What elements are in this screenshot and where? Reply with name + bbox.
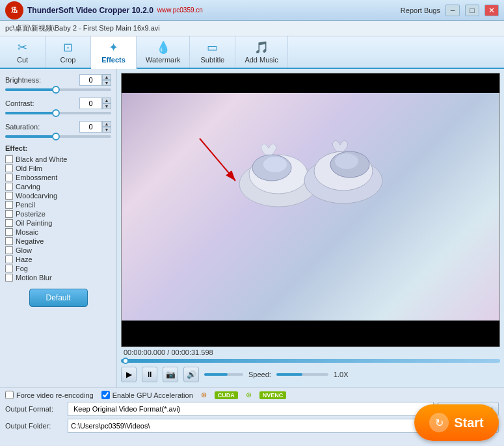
contrast-label-row: Contrast: 0 ▲ ▼	[5, 98, 111, 109]
effect-checkbox-glow[interactable]	[5, 246, 13, 254]
effect-label-black-white: Black and White	[16, 155, 67, 163]
brightness-spinbox: 0 ▲ ▼	[79, 74, 111, 86]
speed-value: 1.0X	[334, 371, 349, 378]
screenshot-btn[interactable]: 📷	[163, 367, 178, 382]
effect-item-mosaic[interactable]: Mosaic	[5, 228, 111, 237]
app-title: ThunderSoft Video Cropper 10.2.0	[27, 6, 153, 15]
contrast-spin-up[interactable]: ▲	[102, 98, 111, 103]
effect-checkbox-embossment[interactable]	[5, 174, 13, 181]
brightness-label-row: Brightness: 0 ▲ ▼	[5, 74, 111, 86]
checkbox-row: Force video re-encoding Enable GPU Accel…	[5, 391, 499, 399]
saturation-track[interactable]	[5, 135, 111, 138]
video-area	[121, 73, 500, 347]
brightness-track[interactable]	[5, 88, 111, 91]
path-bar: pc\桌面\新视频\Baby 2 - First Step Main 16x9.…	[0, 21, 504, 36]
brightness-thumb[interactable]	[52, 86, 60, 94]
video-bottom-black	[122, 321, 499, 347]
saturation-thumb[interactable]	[52, 133, 60, 140]
effect-checkbox-posterize[interactable]	[5, 210, 13, 218]
tab-crop-label: Crop	[60, 56, 76, 64]
tab-subtitle[interactable]: ▭ Subtitle	[190, 36, 235, 68]
gpu-acceleration-checkbox[interactable]	[101, 391, 110, 399]
file-path: pc\桌面\新视频\Baby 2 - First Step Main 16x9.…	[5, 23, 160, 33]
start-label: Start	[454, 415, 484, 430]
speed-slider[interactable]	[276, 373, 328, 376]
tab-crop[interactable]: ⊡ Crop	[46, 36, 91, 68]
effect-checkbox-mosaic[interactable]	[5, 228, 13, 236]
start-button[interactable]: ↻ Start	[414, 404, 499, 441]
effect-item-old-film[interactable]: Old Film	[5, 164, 111, 173]
saturation-spin-down[interactable]: ▼	[102, 127, 111, 133]
volume-btn[interactable]: 🔊	[183, 367, 199, 382]
timeline-track[interactable]	[121, 359, 500, 363]
nvidia-icon2: ⊛	[246, 391, 252, 399]
effect-item-haze[interactable]: Haze	[5, 255, 111, 264]
titlebar: 迅 ThunderSoft Video Cropper 10.2.0 www.p…	[0, 0, 504, 21]
output-folder-input[interactable]: C:\Users\pc0359\Videos\	[68, 419, 460, 433]
effect-item-oil-painting[interactable]: Oil Painting	[5, 218, 111, 228]
effect-checkbox-pencil[interactable]	[5, 201, 13, 209]
effect-checkbox-oil-painting[interactable]	[5, 219, 13, 227]
effect-item-glow[interactable]: Glow	[5, 246, 111, 255]
effect-item-posterize[interactable]: Posterize	[5, 209, 111, 218]
contrast-spin-down[interactable]: ▼	[102, 103, 111, 109]
brightness-input[interactable]: 0	[79, 74, 102, 86]
close-btn[interactable]: ✕	[484, 5, 499, 16]
effect-checkbox-fog[interactable]	[5, 265, 13, 272]
effect-label-carving: Carving	[16, 183, 40, 190]
effect-item-pencil[interactable]: Pencil	[5, 200, 111, 209]
effect-item-fog[interactable]: Fog	[5, 264, 111, 273]
brightness-spin-up[interactable]: ▲	[102, 74, 111, 80]
effect-label-mosaic: Mosaic	[16, 228, 38, 236]
brightness-section: Brightness: 0 ▲ ▼	[5, 74, 111, 91]
output-format-select[interactable]: Keep Original Video Format(*.avi)	[68, 402, 434, 416]
force-reencoding-checkbox[interactable]	[5, 391, 14, 399]
tab-cut[interactable]: ✂ Cut	[0, 36, 46, 68]
effect-item-carving[interactable]: Carving	[5, 182, 111, 191]
contrast-input[interactable]: 0	[79, 98, 102, 109]
effect-item-embossment[interactable]: Embossment	[5, 173, 111, 182]
saturation-spin-btns: ▲ ▼	[102, 121, 111, 133]
cuda-badge: CUDA	[215, 391, 238, 399]
effect-checkbox-old-film[interactable]	[5, 164, 13, 172]
tab-add-music[interactable]: 🎵 Add Music	[235, 36, 287, 68]
brightness-fill	[5, 88, 59, 91]
play-btn[interactable]: ▶	[121, 367, 137, 382]
tab-watermark[interactable]: 💧 Watermark	[137, 36, 190, 68]
effect-checkbox-negative[interactable]	[5, 237, 13, 245]
effects-icon: ✦	[109, 40, 118, 55]
effect-item-black-white[interactable]: Black and White	[5, 155, 111, 164]
effect-checkbox-carving[interactable]	[5, 183, 13, 190]
report-bugs-btn[interactable]: Report Bugs	[401, 7, 440, 14]
effect-checkbox-black-white[interactable]	[5, 155, 13, 163]
maximize-btn[interactable]: □	[465, 5, 479, 16]
svg-point-3	[263, 157, 287, 172]
controls-row: ▶ ⏸ 📷 🔊 Speed: 1.0X	[121, 365, 500, 384]
pause-btn[interactable]: ⏸	[142, 367, 157, 382]
minimize-btn[interactable]: –	[445, 5, 460, 16]
timeline-thumb[interactable]	[122, 358, 129, 364]
force-reencoding-item: Force video re-encoding	[5, 391, 94, 399]
saturation-input[interactable]: 0	[79, 121, 102, 133]
effect-item-negative[interactable]: Negative	[5, 237, 111, 246]
effect-checkbox-woodcarving[interactable]	[5, 192, 13, 200]
effect-label-old-film: Old Film	[16, 164, 42, 172]
effect-item-woodcarving[interactable]: Woodcarving	[5, 191, 111, 200]
contrast-thumb[interactable]	[52, 109, 60, 117]
default-button[interactable]: Default	[29, 289, 88, 307]
volume-slider[interactable]	[204, 373, 243, 376]
saturation-spin-up[interactable]: ▲	[102, 121, 111, 127]
effect-checkbox-motion-blur[interactable]	[5, 274, 13, 282]
tab-effects[interactable]: ✦ Effects	[91, 36, 137, 69]
saturation-label-row: Saturation: 0 ▲ ▼	[5, 121, 111, 133]
titlebar-right: Report Bugs – □ ✕	[401, 5, 499, 16]
volume-fill	[204, 373, 228, 376]
brightness-spin-down[interactable]: ▼	[102, 80, 111, 86]
output-format-label: Output Format:	[5, 405, 64, 413]
contrast-track[interactable]	[5, 112, 111, 114]
tab-subtitle-label: Subtitle	[201, 56, 225, 64]
effect-list: Black and White Old Film Embossment Carv…	[5, 155, 111, 282]
effect-checkbox-haze[interactable]	[5, 256, 13, 263]
svg-point-7	[335, 153, 358, 169]
effect-item-motion-blur[interactable]: Motion Blur	[5, 273, 111, 282]
